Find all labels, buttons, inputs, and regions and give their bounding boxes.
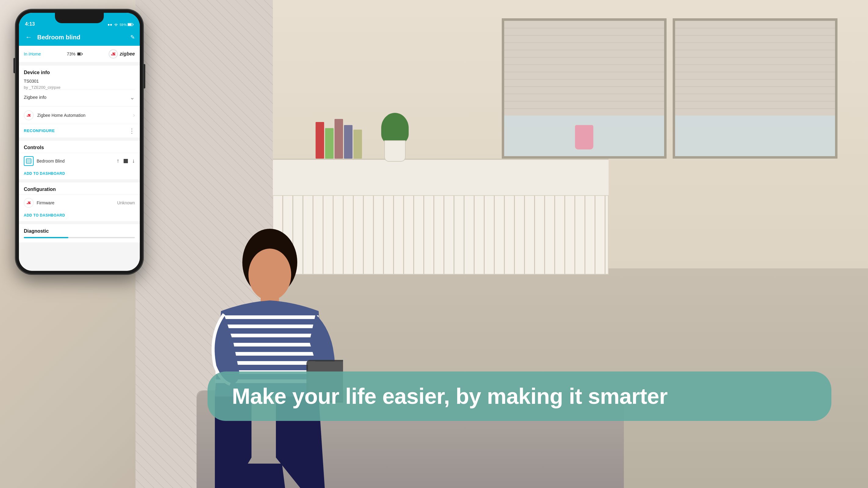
configuration-title: Configuration <box>19 183 140 195</box>
person-silhouette <box>190 214 343 488</box>
controls-add-dashboard-button[interactable]: ADD TO DASHBOARD <box>19 169 140 180</box>
battery-info: 73% <box>67 52 83 57</box>
device-info-section: Device info TS0301 by _TZE200_cirjrpxe Z… <box>19 66 140 106</box>
location-label: In iHome <box>24 52 41 57</box>
blind-device-icon <box>26 158 31 164</box>
mug <box>575 125 593 150</box>
phone-notch <box>55 13 104 23</box>
reconfigure-button[interactable]: RECONFIGURE <box>24 128 55 133</box>
zigbee-small-icon <box>26 112 32 118</box>
configuration-section: Configuration Firmware Unknown ADD TO DA… <box>19 183 140 221</box>
controls-section: Controls Bedroom Blind <box>19 140 140 180</box>
firmware-zigbee-icon <box>24 198 34 208</box>
status-icons: ●● 59% <box>107 22 134 27</box>
firmware-row: Firmware Unknown <box>19 195 140 211</box>
firmware-value: Unknown <box>117 200 135 205</box>
blind-down-button[interactable]: ↓ <box>132 158 135 164</box>
more-options-icon[interactable]: ⋮ <box>129 127 135 134</box>
device-manufacturer: by _TZE200_cirjrpxe <box>24 85 135 90</box>
back-button[interactable]: ← <box>24 33 34 41</box>
plant-pot <box>384 140 406 162</box>
status-time: 4:13 <box>25 21 35 27</box>
phone-screen: 4:13 ●● 59% <box>19 13 140 271</box>
zigbee-automation-row[interactable]: Zigbee Home Automation › <box>19 106 140 124</box>
control-row: Bedroom Blind ↑ ↓ <box>19 153 140 169</box>
phone-shell: 4:13 ●● 59% <box>15 9 144 274</box>
window-frame <box>502 18 837 159</box>
zigbee-icon <box>110 51 117 57</box>
svg-rect-11 <box>82 53 83 55</box>
diagnostic-section: Diagnostic <box>19 224 140 242</box>
tagline-banner: Make your life easier, by making it smar… <box>208 371 831 421</box>
control-device-label: Bedroom Blind <box>37 159 114 163</box>
zigbee-circle <box>108 50 118 59</box>
zigbee-info-row[interactable]: Zigbee info ⌄ <box>24 90 135 105</box>
svg-rect-8 <box>133 24 134 25</box>
info-row: In iHome 73% <box>19 46 140 63</box>
automation-left: Zigbee Home Automation <box>24 110 86 120</box>
progress-bar <box>24 237 135 238</box>
blind-stop-button[interactable] <box>124 159 128 163</box>
progress-bar-fill <box>24 237 68 238</box>
blind-up-button[interactable]: ↑ <box>117 158 119 164</box>
plant <box>380 110 410 162</box>
automation-label: Zigbee Home Automation <box>37 113 86 118</box>
page-title: Bedroom blind <box>37 34 127 41</box>
svg-rect-7 <box>128 24 131 26</box>
controls-title: Controls <box>19 140 140 153</box>
blind-overlay-right <box>675 21 835 116</box>
book-3 <box>335 119 343 159</box>
wifi-icon <box>114 23 118 27</box>
app-header: ← Bedroom blind ✎ <box>19 29 140 46</box>
svg-rect-10 <box>78 53 81 55</box>
zigbee-logo: zigbee <box>108 50 135 59</box>
device-info-title: Device info <box>24 70 135 75</box>
book-4 <box>344 125 352 159</box>
book-2 <box>325 128 334 159</box>
scroll-content[interactable]: In iHome 73% <box>19 46 140 271</box>
window-pane-right <box>673 18 837 159</box>
expand-icon: ⌄ <box>130 94 135 101</box>
zigbee-text: zigbee <box>120 51 135 57</box>
svg-point-1 <box>248 249 291 300</box>
battery-level-icon <box>77 53 83 56</box>
blind-icon <box>24 156 34 166</box>
signal-icon: ●● <box>107 22 112 27</box>
chevron-right-icon: › <box>133 112 135 118</box>
edit-button[interactable]: ✎ <box>130 34 135 40</box>
tagline-text: Make your life easier, by making it smar… <box>232 384 668 409</box>
plant-leaves <box>381 113 409 143</box>
control-buttons: ↑ ↓ <box>117 158 135 164</box>
shelf <box>242 159 609 195</box>
device-model: TS0301 <box>24 78 135 85</box>
phone: 4:13 ●● 59% <box>15 9 144 274</box>
zigbee-firmware-icon <box>26 200 32 206</box>
blind-overlay-left <box>504 21 664 116</box>
reconfigure-row: RECONFIGURE ⋮ <box>19 124 140 137</box>
book-1 <box>316 122 324 159</box>
zigbee-info-label: Zigbee info <box>24 95 46 100</box>
book-stack <box>316 119 362 159</box>
book-5 <box>353 130 362 159</box>
battery-icon: 59% <box>120 23 134 27</box>
automation-icon <box>24 110 34 120</box>
config-add-dashboard-button[interactable]: ADD TO DASHBOARD <box>19 211 140 221</box>
diagnostic-title: Diagnostic <box>24 228 135 234</box>
firmware-label: Firmware <box>37 200 114 205</box>
